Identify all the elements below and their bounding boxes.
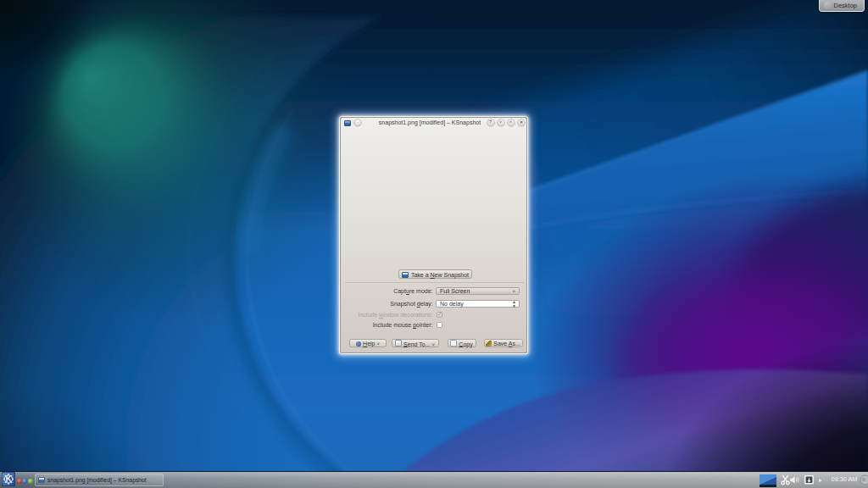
svg-text:K: K [6,474,13,484]
